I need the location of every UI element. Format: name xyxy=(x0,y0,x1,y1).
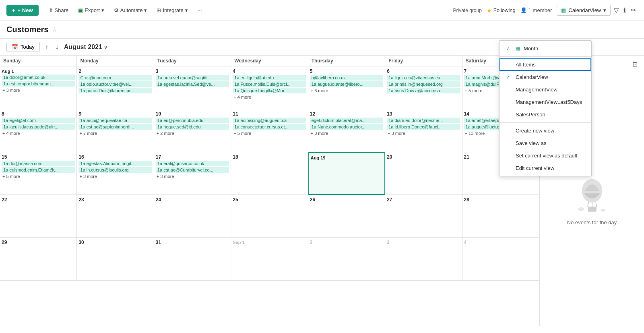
calendar-cell[interactable]: 5a@aclibero.co.uk1a augue.id.ante@libero… xyxy=(308,66,385,109)
calendar-cell[interactable]: 4 xyxy=(462,238,539,280)
more-link[interactable]: + 2 more xyxy=(156,130,229,136)
event-item[interactable]: 1a id.libero.Donec@fauci... xyxy=(387,124,460,130)
dropdown-item-month[interactable]: ✓ ▦ Month xyxy=(500,42,591,55)
more-link[interactable]: + 3 more xyxy=(2,87,75,93)
more-toolbar-button[interactable]: ··· xyxy=(194,6,205,15)
event-item[interactable]: 1a egestas.lacinia.Sed@ve... xyxy=(156,81,229,87)
dropdown-item-management-view[interactable]: ManagementView xyxy=(500,83,591,96)
event-item[interactable]: 1a iaculis.lacus.pede@ultr... xyxy=(2,124,75,130)
calendar-cell[interactable]: 41a eu.ligula@at.edu1a Fusce.mollis.Duis… xyxy=(231,66,308,109)
calendar-cell[interactable]: 171a erat@quisarcu.co.uk1a est.ac@Curabi… xyxy=(154,152,231,195)
event-item[interactable]: eget.dictum.placerat@ma... xyxy=(310,118,383,123)
more-link[interactable]: + 3 more xyxy=(78,174,152,179)
more-link[interactable]: + 3 more xyxy=(387,130,460,136)
calendar-cell[interactable]: Sep 1 xyxy=(231,238,308,280)
event-item[interactable]: 1a arcu.vel.quam@sagitti... xyxy=(156,75,229,81)
share-button[interactable]: ⇧ Share xyxy=(45,6,72,15)
event-item[interactable]: 1a diam.eu.dolor@necme... xyxy=(387,118,460,123)
event-item[interactable]: 1a Fusce.mollis.Duis@orci... xyxy=(233,81,306,87)
calendar-cell[interactable]: 161a egestas.Aliquam.fringil...1a in.cur… xyxy=(77,152,154,195)
event-item[interactable]: 1a eget@et.com xyxy=(2,118,75,123)
calendar-cell[interactable]: 81a eget@et.com1a iaculis.lacus.pede@ult… xyxy=(0,109,77,152)
month-title[interactable]: August 2021 ∨ xyxy=(64,43,108,51)
calendar-cell[interactable]: 23 xyxy=(77,195,154,238)
calendar-cell[interactable]: Aug 11a dolor@amet.co.uk1a est.tempor.bi… xyxy=(0,66,77,109)
event-item[interactable]: 1a Nunc.commodo.auctor... xyxy=(310,124,383,130)
calendar-cell[interactable]: 2Cras@non.com1a odio.auctor.vitae@vel...… xyxy=(77,66,154,109)
event-item[interactable]: 1a odio.auctor.vitae@vel... xyxy=(78,81,152,87)
calendar-cell[interactable]: 20 xyxy=(385,152,462,195)
calendar-cell[interactable]: 18 xyxy=(231,152,308,195)
event-item[interactable]: 1a arcu@nequevitae.ca xyxy=(78,118,152,123)
more-link[interactable]: + 7 more xyxy=(78,130,152,136)
event-item[interactable]: 1a dolor@amet.co.uk xyxy=(2,74,75,80)
event-item[interactable]: 1a in.cursus@iaculis.org xyxy=(78,167,152,173)
event-item[interactable]: 1a consectetuer.cursus.et... xyxy=(233,124,306,130)
integrate-button[interactable]: ⊞ Integrate ▾ xyxy=(153,6,191,15)
calendar-cell[interactable]: 61a ligula.eu@vitaerisus.ca1a primis.in@… xyxy=(385,66,462,109)
event-item[interactable]: 1a eu.ligula@at.edu xyxy=(233,75,306,81)
dropdown-item-create-new-view[interactable]: Create new view xyxy=(500,124,591,137)
calendar-cell[interactable]: 24 xyxy=(154,195,231,238)
dropdown-item-all-items[interactable]: All Items xyxy=(500,58,591,71)
event-item[interactable]: 1a dui@massa.com xyxy=(2,161,75,166)
prev-month-button[interactable]: ↑ xyxy=(43,42,50,52)
dropdown-item-edit-view[interactable]: Edit current view xyxy=(500,162,591,174)
event-item[interactable]: 1a est.ac@sapienimperdi... xyxy=(78,124,152,130)
filter-button[interactable]: ▽ xyxy=(612,5,620,16)
calendar-cell[interactable]: 111a adipiscing@augueut.ca1a consectetue… xyxy=(231,109,308,152)
dropdown-item-save-view-as[interactable]: Save view as xyxy=(500,137,591,149)
event-item[interactable]: 1a augue.id.ante@libero... xyxy=(310,81,383,87)
dropdown-item-calendar-view[interactable]: ✓ CalendarView xyxy=(500,71,591,83)
today-button[interactable]: 📅 Today xyxy=(6,42,40,52)
event-item[interactable]: 1a risus.Duis.a@accumsa... xyxy=(387,88,460,93)
dropdown-item-set-default[interactable]: Set current view as default xyxy=(500,149,591,162)
following-button[interactable]: ★ Following xyxy=(487,7,516,14)
calendar-cell[interactable]: 3 xyxy=(385,238,462,280)
event-item[interactable]: 1a primis.in@nequesed.org xyxy=(387,81,460,87)
calendar-cell[interactable]: 26 xyxy=(308,195,385,238)
more-link[interactable]: + 5 more xyxy=(2,174,75,179)
calendar-cell[interactable]: Aug 19 xyxy=(308,152,385,195)
info-button[interactable]: ℹ xyxy=(622,5,627,16)
event-item[interactable]: 1a euismod.enim.Etiam@... xyxy=(2,167,75,173)
edit-button[interactable]: ✏ xyxy=(629,5,638,16)
event-item[interactable]: 1a adipiscing@augueut.ca xyxy=(233,118,306,123)
calendar-cell[interactable]: 27 xyxy=(385,195,462,238)
calendar-cell[interactable]: 31 xyxy=(154,238,231,280)
event-item[interactable]: 1a egestas.Aliquam.fringil... xyxy=(78,161,152,166)
event-item[interactable]: 1a erat@quisarcu.co.uk xyxy=(156,161,229,166)
new-button[interactable]: + + New xyxy=(6,5,39,16)
more-link[interactable]: + 3 more xyxy=(156,174,229,179)
event-item[interactable]: 1a neque.sed@id.edu xyxy=(156,124,229,130)
more-link[interactable]: + 3 more xyxy=(310,130,383,136)
calendar-cell[interactable]: 131a diam.eu.dolor@necme...1a id.libero.… xyxy=(385,109,462,152)
calendar-view-button[interactable]: ▦ CalendarView ▾ xyxy=(557,5,611,16)
favorite-icon[interactable]: ☆ xyxy=(52,26,57,33)
calendar-cell[interactable]: 151a dui@massa.com1a euismod.enim.Etiam@… xyxy=(0,152,77,195)
calendar-cell[interactable]: 12eget.dictum.placerat@ma...1a Nunc.comm… xyxy=(308,109,385,152)
event-item[interactable]: Cras@non.com xyxy=(78,75,152,81)
event-item[interactable]: 1a Quisque.fringilla@Mor... xyxy=(233,88,306,93)
automate-button[interactable]: ⚙ Automate ▾ xyxy=(111,6,151,15)
more-link[interactable]: + 4 more xyxy=(2,130,75,136)
side-panel-expand-button[interactable]: ⊡ xyxy=(631,59,639,70)
event-item[interactable]: 1a eu@perconubia.edu xyxy=(156,118,229,123)
event-item[interactable]: 1a ligula.eu@vitaerisus.ca xyxy=(387,75,460,81)
export-button[interactable]: ▣ Export ▾ xyxy=(75,6,107,15)
more-link[interactable]: + 6 more xyxy=(310,88,383,93)
calendar-cell[interactable]: 30 xyxy=(77,238,154,280)
calendar-cell[interactable]: 28 xyxy=(462,195,539,238)
calendar-cell[interactable]: 29 xyxy=(0,238,77,280)
calendar-cell[interactable]: 101a eu@perconubia.edu1a neque.sed@id.ed… xyxy=(154,109,231,152)
event-item[interactable]: 1a purus.Duis@laoreetips... xyxy=(78,88,152,93)
dropdown-item-sales-person[interactable]: SalesPerson xyxy=(500,108,591,121)
more-link[interactable]: + 5 more xyxy=(233,130,306,136)
calendar-cell[interactable]: 2 xyxy=(308,238,385,280)
calendar-cell[interactable]: 22 xyxy=(0,195,77,238)
more-link[interactable]: + 4 more xyxy=(233,94,306,100)
next-month-button[interactable]: ↓ xyxy=(54,42,61,52)
calendar-cell[interactable]: 25 xyxy=(231,195,308,238)
event-item[interactable]: 1a est.ac@Curabiturvel.co... xyxy=(156,167,229,173)
event-item[interactable]: a@aclibero.co.uk xyxy=(310,75,383,81)
